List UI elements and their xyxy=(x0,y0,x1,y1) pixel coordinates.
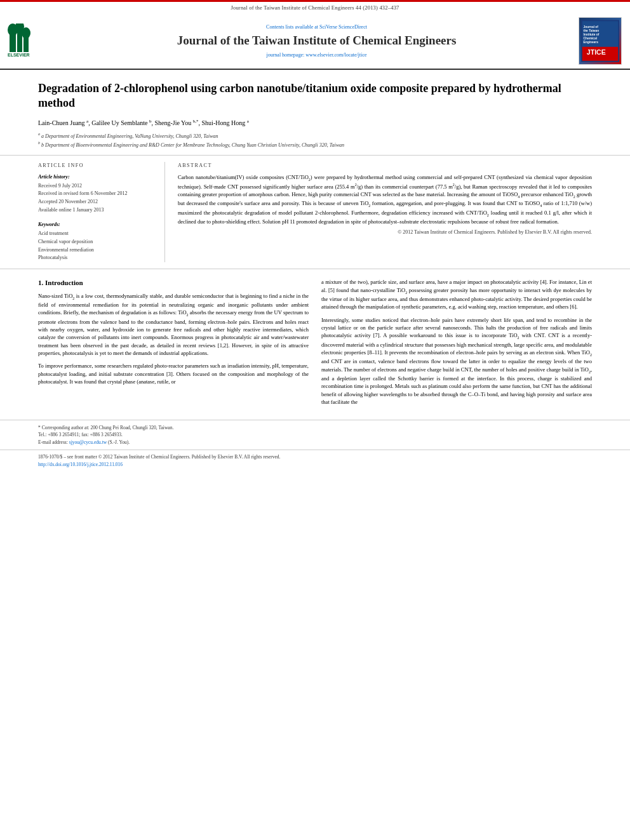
elsevier-logo-icon: ELSEVIER xyxy=(6,23,51,58)
intro-heading: 1. Introduction xyxy=(38,278,309,288)
article-info-abstract-section: ARTICLE INFO Article history: Received 9… xyxy=(0,156,630,269)
article-title-section: Degradation of 2-chlorophenol using carb… xyxy=(0,70,630,156)
article-title: Degradation of 2-chlorophenol using carb… xyxy=(38,81,592,111)
accepted-date: Accepted 20 November 2012 xyxy=(38,198,155,206)
right-paragraph-1: a mixture of the two), particle size, an… xyxy=(321,278,592,310)
homepage-label: journal homepage: xyxy=(266,52,305,58)
intro-paragraph-1: Nano-sized TiO2 is a low cost, thermodyn… xyxy=(38,292,309,357)
revised-date: Received in revised form 6 November 2012 xyxy=(38,190,155,198)
affiliation-a: a a Department of Environmental Engineer… xyxy=(38,131,592,140)
svg-text:Journal of: Journal of xyxy=(583,25,598,29)
svg-text:Institute of: Institute of xyxy=(583,33,599,36)
sciverse-link[interactable]: SciVerse ScienceDirect xyxy=(319,24,367,30)
keyword-2: Chemical vapor deposition xyxy=(38,238,155,246)
abstract-heading: ABSTRACT xyxy=(178,162,592,169)
header-right: Journal of the Taiwan Institute of Chemi… xyxy=(576,17,624,65)
footnote-section: * Corresponding author at: 200 Chung Pei… xyxy=(0,420,630,450)
svg-text:JTICE: JTICE xyxy=(586,48,605,56)
footnote-corresponding-text: * Corresponding author at: 200 Chung Pei… xyxy=(38,425,173,430)
main-right-col: a mixture of the two), particle size, an… xyxy=(321,278,592,411)
authors-text: Lain-Chuen Juang a, Galilee Uy Semblante… xyxy=(38,119,249,126)
journal-bar: Journal of the Taiwan Institute of Chemi… xyxy=(0,0,630,13)
article-info-col: ARTICLE INFO Article history: Received 9… xyxy=(38,162,165,262)
affiliation-b: b b Department of Bioenvironmental Engin… xyxy=(38,140,592,149)
svg-point-6 xyxy=(22,27,30,39)
keyword-1: Acid treatment xyxy=(38,230,155,238)
received-date: Received 9 July 2012 xyxy=(38,182,155,190)
affiliations: a a Department of Environmental Engineer… xyxy=(38,131,592,149)
header-center: Contents lists available at SciVerse Sci… xyxy=(64,17,570,65)
svg-text:Chemical: Chemical xyxy=(583,37,597,40)
copyright-line: © 2012 Taiwan Institute of Chemical Engi… xyxy=(178,229,592,236)
header-area: ELSEVIER Contents lists available at Sci… xyxy=(0,13,630,70)
keyword-4: Photocatalysis xyxy=(38,254,155,262)
svg-text:ELSEVIER: ELSEVIER xyxy=(8,53,30,57)
journal-homepage: journal homepage: www.elsevier.com/locat… xyxy=(266,51,366,58)
page: Journal of the Taiwan Institute of Chemi… xyxy=(0,0,630,840)
header-left: ELSEVIER xyxy=(6,17,57,65)
svg-text:the Taiwan: the Taiwan xyxy=(583,29,599,32)
online-date: Available online 1 January 2013 xyxy=(38,206,155,215)
authors: Lain-Chuen Juang a, Galilee Uy Semblante… xyxy=(38,119,592,128)
journal-title-main: Journal of the Taiwan Institute of Chemi… xyxy=(177,34,457,48)
main-left-col: 1. Introduction Nano-sized TiO2 is a low… xyxy=(38,278,309,411)
intro-paragraph-2: To improve performance, some researchers… xyxy=(38,362,309,385)
issn-line: 1876-1070/$ – see front matter © 2012 Ta… xyxy=(38,454,592,461)
abstract-text: Carbon nanotube/titanium(IV) oxide compo… xyxy=(178,173,592,226)
history-label: Article history: xyxy=(38,173,155,180)
doi-line[interactable]: http://dx.doi.org/10.1016/j.jtice.2012.1… xyxy=(38,462,592,469)
contents-label: Contents lists available at xyxy=(266,24,318,30)
footnote-tel: Tel.: +886 3 2654911; fax: +886 3 265493… xyxy=(38,431,592,438)
right-paragraph-2: Interestingly, some studies noticed that… xyxy=(321,316,592,406)
abstract-col: ABSTRACT Carbon nanotube/titanium(IV) ox… xyxy=(178,162,592,262)
footnote-email: E-mail address: sjyou@cycu.edu.tw (S.-J.… xyxy=(38,439,592,446)
sciverse-line: Contents lists available at SciVerse Sci… xyxy=(266,23,367,30)
article-info-heading: ARTICLE INFO xyxy=(38,162,155,169)
main-content: 1. Introduction Nano-sized TiO2 is a low… xyxy=(0,269,630,420)
homepage-url[interactable]: www.elsevier.com/locate/jtice xyxy=(305,52,366,58)
journal-thumbnail: Journal of the Taiwan Institute of Chemi… xyxy=(579,17,622,65)
intro-heading-text: 1. Introduction xyxy=(38,279,83,286)
email-link[interactable]: sjyou@cycu.edu.tw xyxy=(69,439,107,445)
footnote-corresponding: * Corresponding author at: 200 Chung Pei… xyxy=(38,424,592,431)
keyword-3: Environmental remediation xyxy=(38,246,155,255)
svg-text:Engineers: Engineers xyxy=(583,41,598,44)
keywords-label: Keywords: xyxy=(38,221,155,228)
journal-citation: Journal of the Taiwan Institute of Chemi… xyxy=(231,4,399,11)
bottom-bar: 1876-1070/$ – see front matter © 2012 Ta… xyxy=(0,450,630,472)
